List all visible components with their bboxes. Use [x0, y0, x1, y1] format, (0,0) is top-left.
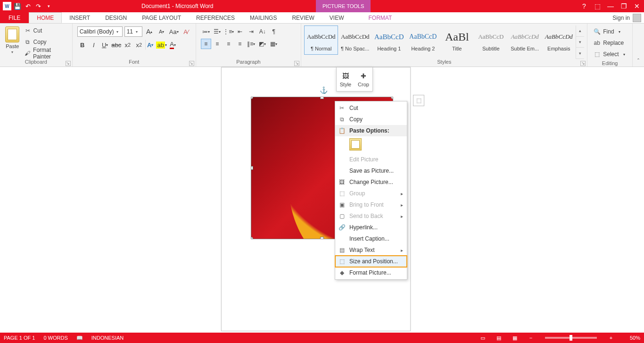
underline-button[interactable]: U▾: [100, 40, 110, 50]
zoom-out-button[interactable]: −: [525, 334, 537, 342]
tab-view[interactable]: VIEW: [322, 12, 352, 23]
ctx-size-and-position[interactable]: ⬚Size and Position...: [335, 256, 407, 267]
paragraph-dialog-launcher[interactable]: ↘: [294, 61, 299, 66]
highlight-button[interactable]: ab▾: [157, 40, 167, 50]
resize-handle[interactable]: [320, 237, 324, 239]
bold-button[interactable]: B: [77, 40, 88, 50]
font-color-button[interactable]: A▾: [168, 40, 178, 50]
tab-page-layout[interactable]: PAGE LAYOUT: [134, 12, 189, 23]
zoom-level[interactable]: 50%: [621, 335, 640, 341]
superscript-button[interactable]: x2: [134, 40, 144, 50]
tab-review[interactable]: REVIEW: [284, 12, 322, 23]
style-item[interactable]: AaBbCcDdEmphasis: [542, 25, 576, 55]
decrease-indent-button[interactable]: ⇤: [235, 26, 245, 37]
document-area[interactable]: ⚓ ⬚: [0, 67, 644, 333]
grow-font-button[interactable]: A▴: [144, 26, 155, 37]
zoom-in-button[interactable]: +: [605, 334, 617, 342]
styles-more[interactable]: ▾: [576, 48, 584, 59]
line-spacing-button[interactable]: ‖≡▾: [246, 39, 256, 49]
undo-icon[interactable]: ↶: [24, 2, 32, 10]
style-item[interactable]: AaBbCcDd¶ No Spac...: [338, 25, 372, 55]
font-dialog-launcher[interactable]: ↘: [189, 61, 194, 66]
tab-insert[interactable]: INSERT: [62, 12, 98, 23]
resize-handle[interactable]: [251, 237, 253, 239]
resize-handle[interactable]: [251, 166, 253, 170]
strikethrough-button[interactable]: abc: [111, 40, 122, 50]
multilevel-list-button[interactable]: ⋮≡▾: [223, 26, 234, 37]
ctx-hyperlink[interactable]: 🔗Hyperlink...: [335, 222, 407, 233]
ctx-cut[interactable]: ✂Cut: [335, 102, 407, 114]
style-item[interactable]: AaBbCcDdSubtle Em...: [508, 25, 542, 55]
ctx-insert-caption[interactable]: Insert Caption...: [335, 233, 407, 244]
resize-handle[interactable]: [320, 97, 324, 99]
word-app-icon[interactable]: W: [3, 2, 11, 10]
web-layout-icon[interactable]: ▦: [509, 334, 520, 342]
zoom-slider[interactable]: [545, 337, 597, 339]
status-page[interactable]: PAGE 1 OF 1: [4, 335, 35, 341]
change-case-button[interactable]: Aa▾: [169, 26, 179, 37]
status-proofing-icon[interactable]: 📖: [76, 335, 83, 341]
bullets-button[interactable]: ≔▾: [201, 26, 211, 37]
print-layout-icon[interactable]: ▤: [493, 334, 504, 342]
style-item[interactable]: AaBlTitle: [440, 25, 474, 55]
mini-crop-button[interactable]: ✚Crop: [355, 67, 372, 91]
increase-indent-button[interactable]: ⇥: [246, 26, 256, 37]
style-item[interactable]: AaBbCcDHeading 2: [406, 25, 440, 55]
format-painter-button[interactable]: 🖌Format Painter: [24, 48, 69, 59]
style-item[interactable]: AaBbCcDSubtitle: [474, 25, 508, 55]
ctx-wrap-text[interactable]: ▤Wrap Text▸: [335, 244, 407, 256]
restore-icon[interactable]: ❐: [619, 2, 628, 10]
find-button[interactable]: 🔍Find▾: [593, 26, 625, 37]
align-right-button[interactable]: ≡: [223, 39, 234, 49]
help-icon[interactable]: ?: [580, 2, 588, 10]
shading-button[interactable]: ◩▾: [257, 39, 268, 49]
shrink-font-button[interactable]: A▾: [157, 26, 167, 37]
paste-dropdown-icon[interactable]: ▾: [11, 50, 13, 54]
save-icon[interactable]: 💾: [13, 2, 22, 10]
replace-button[interactable]: abReplace: [593, 38, 625, 48]
copy-button[interactable]: ⧉Copy: [24, 37, 69, 47]
styles-dialog-launcher[interactable]: ↘: [580, 61, 586, 66]
show-marks-button[interactable]: ¶: [269, 26, 279, 37]
ctx-change-picture[interactable]: 🖼Change Picture...: [335, 176, 407, 188]
tab-format[interactable]: FORMAT: [361, 12, 399, 23]
tab-design[interactable]: DESIGN: [98, 12, 134, 23]
resize-handle[interactable]: [391, 97, 393, 99]
ctx-copy[interactable]: ⧉Copy: [335, 114, 407, 125]
tab-home[interactable]: HOME: [29, 12, 62, 23]
select-button[interactable]: ⬚Select▾: [593, 49, 625, 59]
sort-button[interactable]: A↓: [257, 26, 268, 37]
ctx-paste-option-keep[interactable]: [335, 136, 407, 154]
cut-button[interactable]: ✂Cut: [24, 25, 69, 36]
sign-in[interactable]: Sign in: [612, 12, 644, 23]
text-effects-button[interactable]: A▾: [145, 40, 156, 50]
ctx-format-picture[interactable]: ◆Format Picture...: [335, 267, 407, 278]
status-language[interactable]: INDONESIAN: [91, 335, 124, 341]
clipboard-dialog-launcher[interactable]: ↘: [66, 61, 71, 66]
redo-icon[interactable]: ↷: [34, 2, 42, 10]
align-center-button[interactable]: ≡: [212, 39, 223, 49]
style-item[interactable]: AaBbCcDHeading 1: [372, 25, 406, 55]
status-words[interactable]: 0 WORDS: [43, 335, 67, 341]
tab-mailings[interactable]: MAILINGS: [242, 12, 284, 23]
mini-style-button[interactable]: 🖼Style: [337, 67, 355, 91]
ribbon-display-icon[interactable]: ⬚: [593, 2, 602, 10]
clear-formatting-button[interactable]: A⁄: [181, 26, 191, 37]
italic-button[interactable]: I: [89, 40, 99, 50]
styles-scroll-down[interactable]: ▾: [576, 37, 584, 48]
font-size-combo[interactable]: 11▾: [124, 26, 142, 37]
subscript-button[interactable]: x2: [123, 40, 133, 50]
justify-button[interactable]: ≡: [235, 39, 245, 49]
numbering-button[interactable]: ☰▾: [212, 26, 223, 37]
style-item[interactable]: AaBbCcDd¶ Normal: [304, 25, 338, 55]
qat-dropdown-icon[interactable]: ▾: [44, 2, 53, 10]
close-icon[interactable]: ✕: [633, 2, 641, 10]
ctx-save-as-picture[interactable]: Save as Picture...: [335, 165, 407, 176]
borders-button[interactable]: ▦▾: [269, 39, 279, 49]
tab-file[interactable]: FILE: [0, 12, 29, 23]
minimize-icon[interactable]: —: [606, 2, 615, 10]
font-name-combo[interactable]: Calibri (Body)▾: [77, 26, 123, 37]
tab-references[interactable]: REFERENCES: [189, 12, 242, 23]
collapse-ribbon-button[interactable]: ˆ: [633, 24, 644, 67]
layout-options-button[interactable]: ⬚: [413, 95, 424, 106]
